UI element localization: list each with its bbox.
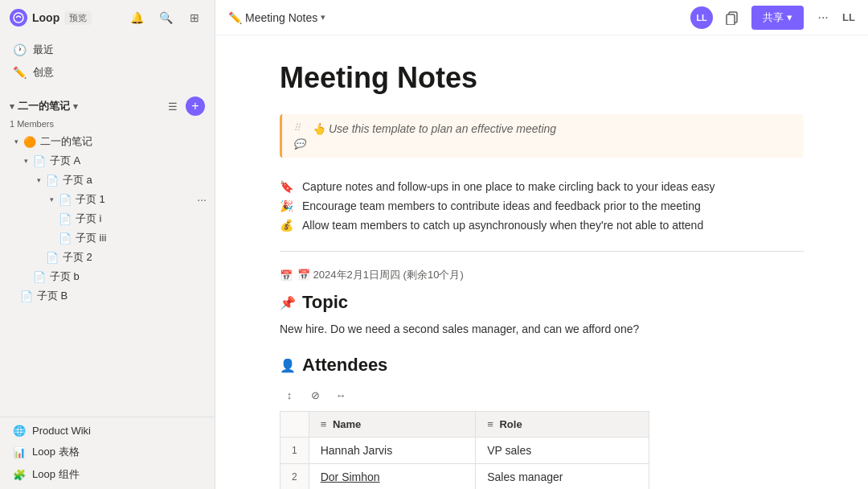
table-toolbar: ↕ ⊘ ↔ (280, 385, 804, 405)
tree-label: 子页 1 (76, 192, 105, 207)
sidebar-item-loop-component[interactable]: 🧩 Loop 组件 (6, 463, 208, 486)
share-label: 共享 (763, 10, 784, 25)
notebook-menu-icon[interactable]: ☰ (163, 97, 182, 116)
filter-icon[interactable]: ⊘ (305, 385, 325, 405)
page-icon: 📄 (19, 289, 34, 303)
page-tree: ▾ 🟠 二一的笔记 ▾ 📄 子页 A ▾ 📄 子页 a ▾ 📄 子页 1 ···… (0, 132, 215, 417)
main-content: ✏️ Meeting Notes ▾ LL 共享 ▾ ··· LL Meetin… (215, 0, 868, 489)
product-wiki-label: Product Wiki (32, 425, 91, 437)
page-icon: 📄 (58, 192, 72, 207)
sidebar-item-creative[interactable]: ✏️ 创意 (6, 61, 208, 84)
tree-label: 子页 i (76, 212, 102, 226)
sort-icon[interactable]: ↕ (280, 385, 299, 405)
col-icon-role: ≡ (487, 418, 493, 430)
bullet-emoji-0: 🔖 (280, 180, 296, 193)
top-bar: ✏️ Meeting Notes ▾ LL 共享 ▾ ··· LL (215, 0, 868, 35)
top-bar-center: LL (690, 6, 713, 29)
template-hint: ⠿ 💬 👆 Use this template to plan an effec… (280, 114, 804, 158)
share-chevron-icon: ▾ (787, 11, 792, 23)
row-num-2: 2 (280, 464, 309, 490)
notebook-name: 二一的笔记 (18, 99, 70, 113)
logo-area: Loop 预览 (10, 9, 121, 27)
cell-name-2: Dor Simhon (309, 464, 476, 490)
notification-icon[interactable]: 🔔 (126, 7, 147, 28)
tree-label: 子页 A (50, 154, 80, 168)
attendees-heading: 👤 Attendees (280, 355, 804, 376)
app-name: Loop (32, 11, 59, 24)
page-icon: 📄 (58, 231, 72, 245)
chevron-down-icon: ▾ (45, 193, 58, 206)
more-options-button[interactable]: ··· (810, 5, 836, 31)
feature-bullets: 🔖 Capture notes and follow-ups in one pl… (280, 177, 804, 235)
table-col-name: ≡ Name (309, 412, 476, 438)
tree-item-subpage-A[interactable]: ▾ 📄 子页 A (3, 151, 211, 171)
bullet-text-2: Allow team members to catch up asynchron… (302, 219, 703, 232)
sidebar-bottom: 🌐 Product Wiki 📊 Loop 表格 🧩 Loop 组件 (0, 417, 215, 489)
tree-item-subpage-B[interactable]: 📄 子页 B (3, 286, 211, 306)
tree-item-subpage-1[interactable]: ▾ 📄 子页 1 ··· (3, 190, 211, 209)
page-icon: 📄 (45, 250, 59, 265)
tree-item-notebook-root[interactable]: ▾ 🟠 二一的笔记 (3, 132, 211, 151)
attendees-title: Attendees (302, 355, 387, 376)
tree-item-subpage-b[interactable]: 📄 子页 b (3, 267, 211, 286)
loop-logo-icon (10, 9, 27, 27)
drag-handle-icon[interactable]: ⠿ (293, 122, 305, 134)
page-icon: 📄 (32, 154, 47, 168)
row-num-1: 1 (280, 438, 309, 464)
globe-icon: 🌐 (13, 425, 26, 437)
pushpin-icon: 📌 (280, 295, 296, 310)
hint-left-controls: ⠿ 💬 (293, 122, 305, 150)
sidebar-item-product-wiki[interactable]: 🌐 Product Wiki (6, 421, 208, 441)
tree-item-subpage-i[interactable]: 📄 子页 i (3, 209, 211, 228)
bullet-text-0: Capture notes and follow-ups in one plac… (302, 180, 715, 193)
creative-icon: ✏️ (13, 66, 27, 79)
name-2: Dor Simhon (321, 471, 380, 483)
copy-link-icon[interactable] (719, 5, 745, 31)
user-initials: LL (842, 11, 855, 23)
topic-title: Topic (302, 292, 348, 313)
page-icon: 📄 (58, 212, 72, 226)
col-label-role: Role (499, 418, 522, 430)
svg-point-0 (14, 13, 23, 23)
doc-body: Meeting Notes ⠿ 💬 👆 Use this template to… (215, 35, 868, 489)
chevron-down-icon: ▾ (32, 174, 45, 187)
col-label-name: Name (333, 418, 361, 430)
notebook-actions: ☰ + (163, 97, 205, 116)
template-hint-text: 👆 Use this template to plan an effective… (312, 122, 556, 135)
notebook-chevron[interactable]: ▾ (10, 101, 14, 112)
component-icon: 🧩 (13, 469, 26, 481)
table-icon: 📊 (13, 446, 26, 458)
tree-label: 子页 iii (76, 231, 106, 245)
chevron-down-icon: ▾ (10, 135, 23, 148)
sidebar-item-loop-table[interactable]: 📊 Loop 表格 (6, 441, 208, 463)
name-1: Hannah Jarvis (321, 444, 393, 457)
layout-icon[interactable]: ⊞ (184, 7, 205, 28)
person-icon: 👤 (280, 358, 296, 373)
bullet-text-1: Encourage team members to contribute ide… (302, 199, 701, 212)
bullet-item-0: 🔖 Capture notes and follow-ups in one pl… (280, 177, 804, 196)
recent-icon: 🕐 (13, 43, 27, 56)
attendees-table: ≡ Name ≡ Role 1 Hannah Jarvis (280, 411, 649, 489)
resize-icon[interactable]: ↔ (331, 385, 350, 405)
title-chevron-icon[interactable]: ▾ (321, 12, 326, 23)
bullet-emoji-1: 🎉 (280, 199, 296, 212)
add-page-button[interactable]: + (186, 97, 205, 116)
tree-item-subpage-iii[interactable]: 📄 子页 iii (3, 228, 211, 248)
sidebar-header: Loop 预览 🔔 🔍 ⊞ (0, 0, 215, 35)
tree-item-subpage-a[interactable]: ▾ 📄 子页 a (3, 171, 211, 190)
sidebar-item-creative-label: 创意 (33, 65, 54, 80)
notebook-icon: 🟠 (23, 134, 37, 149)
search-icon[interactable]: 🔍 (155, 7, 176, 28)
top-bar-actions: 共享 ▾ ··· LL (719, 5, 855, 31)
comment-icon[interactable]: 💬 (293, 138, 305, 150)
loop-component-label: Loop 组件 (32, 467, 80, 482)
more-options-icon[interactable]: ··· (197, 193, 207, 206)
section-divider (280, 251, 804, 252)
share-button[interactable]: 共享 ▾ (751, 6, 804, 30)
sidebar-item-recent[interactable]: 🕐 最近 (6, 39, 208, 61)
tree-item-subpage-2[interactable]: 📄 子页 2 (3, 248, 211, 267)
sidebar-item-recent-label: 最近 (33, 43, 54, 57)
page-pencil-icon: ✏️ (228, 11, 242, 24)
notebook-options-icon[interactable]: ▾ (73, 101, 78, 112)
page-icon: 📄 (45, 173, 59, 187)
